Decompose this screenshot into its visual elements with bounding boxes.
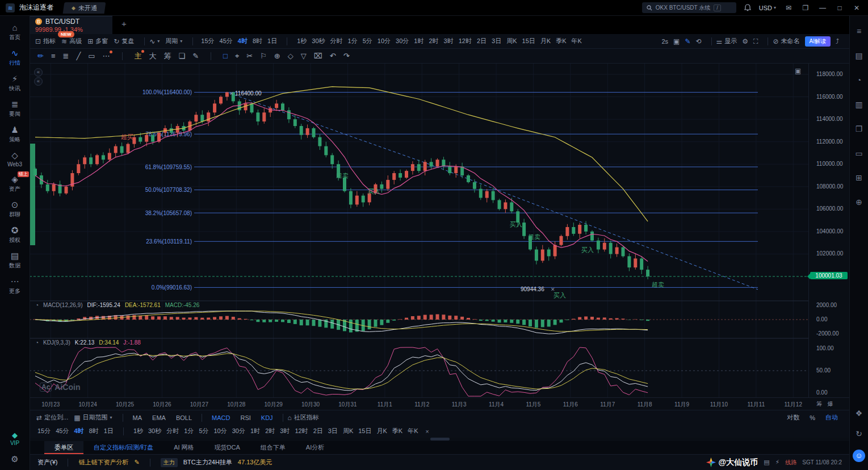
- indicator-boll-button[interactable]: BOLL: [176, 414, 192, 421]
- timeframe-2日[interactable]: 2日: [313, 427, 323, 435]
- alerts-icon[interactable]: ◔: [855, 75, 862, 85]
- settings-button[interactable]: ⚙: [742, 37, 748, 45]
- filter-tool[interactable]: ▽: [301, 52, 307, 60]
- depth-chart-icon[interactable]: ▥: [855, 100, 862, 109]
- timeframe-1秒[interactable]: 1秒: [297, 37, 307, 45]
- display-button[interactable]: ⚌显示: [716, 37, 737, 45]
- timeframe-12时[interactable]: 12时: [459, 37, 472, 45]
- delete-tool[interactable]: ⌧: [314, 52, 322, 60]
- large-text-tool[interactable]: 大: [149, 51, 157, 61]
- timeframe-3时[interactable]: 3时: [444, 37, 454, 45]
- period-button[interactable]: 周期▾: [165, 37, 182, 45]
- indicator-rsi-button[interactable]: RSI: [240, 414, 250, 421]
- timeframe-45分[interactable]: 45分: [220, 37, 233, 45]
- fullscreen-button[interactable]: ⛶: [753, 37, 758, 45]
- trendline-tool[interactable]: ╱: [76, 52, 81, 60]
- timeframe-年K[interactable]: 年K: [572, 37, 582, 45]
- locate-button[interactable]: ⇄ 定位到...: [36, 413, 68, 422]
- axis-toggle-爆[interactable]: 爆: [828, 400, 833, 408]
- chart-area[interactable]: 100.0%(116400.00)78.6%(112679.96)61.8%(1…: [30, 64, 850, 397]
- undo-tool[interactable]: ↶: [330, 52, 336, 60]
- timeframe-5分[interactable]: 5分: [199, 427, 208, 435]
- timeframe-3日[interactable]: 3日: [328, 427, 338, 435]
- macd-header[interactable]: ◔ MACD(12,26,9) DIF:-1595.24 DEA:-1572.6…: [35, 302, 199, 308]
- log-scale-button[interactable]: 对数: [787, 413, 799, 422]
- network-line-label[interactable]: 线路: [785, 459, 796, 467]
- timeframe-1分[interactable]: 1分: [348, 37, 358, 45]
- indicator-kdj-button[interactable]: KDJ: [261, 414, 273, 421]
- timeframe-季K[interactable]: 季K: [556, 37, 566, 45]
- timeframe-周K[interactable]: 周K: [343, 427, 353, 435]
- timeframe-1时[interactable]: 1时: [250, 427, 260, 435]
- close-timeframe-bar-icon[interactable]: ×: [426, 428, 429, 435]
- timeframe-30秒[interactable]: 30秒: [312, 37, 325, 45]
- sidebar-item-vip[interactable]: ◆ VIP: [10, 431, 19, 446]
- date-range-button[interactable]: ▦ 日期范围 ▾: [74, 413, 112, 422]
- percent-scale-button[interactable]: %: [810, 414, 815, 421]
- sidebar-item-assets[interactable]: ◈资产链上: [0, 175, 30, 193]
- flag-tool[interactable]: ⚐: [260, 52, 267, 60]
- collapse-drawings-icon[interactable]: «: [34, 77, 43, 86]
- advanced-button[interactable]: ≋高级: [61, 37, 82, 45]
- bottom-tab-2[interactable]: 自定义指标/回测/盯盘: [83, 441, 163, 454]
- timeframe-3日[interactable]: 3日: [492, 37, 501, 45]
- timeframe-15日[interactable]: 15日: [358, 427, 371, 435]
- bottom-tab-3[interactable]: AI 网格: [163, 441, 204, 454]
- more-panels-icon[interactable]: ⊕: [855, 198, 862, 207]
- shape-tools-tool[interactable]: ▭: [88, 52, 95, 60]
- timeframe-3时[interactable]: 3时: [280, 427, 290, 435]
- indicator-button[interactable]: ⊡指标: [35, 37, 56, 45]
- sync-button[interactable]: ⟲: [695, 37, 701, 45]
- draw-button[interactable]: ✎: [685, 37, 690, 45]
- watchlist-icon[interactable]: ≡: [855, 27, 862, 36]
- assistant-icon[interactable]: ☺: [853, 450, 865, 462]
- bell-icon[interactable]: [744, 4, 751, 11]
- redo-tool[interactable]: ↷: [343, 52, 350, 60]
- sidebar-item-chat[interactable]: ⊙群聊: [0, 200, 30, 219]
- kdj-header[interactable]: ◔ KDJ(9,3,3) K:22.13 D:34.14 J:-1.88: [35, 339, 141, 346]
- currency-selector[interactable]: USD ▾: [759, 5, 776, 11]
- timeframe-月K[interactable]: 月K: [540, 37, 551, 45]
- timeframe-1日[interactable]: 1日: [104, 427, 114, 435]
- bottom-tab-6[interactable]: AI分析: [296, 441, 334, 454]
- timeframe-4时[interactable]: 4时: [238, 37, 248, 45]
- indicator-macd-button[interactable]: MACD: [212, 414, 230, 421]
- timeframe-10分[interactable]: 10分: [378, 37, 391, 45]
- refresh-icon[interactable]: ↻: [856, 429, 862, 438]
- timeframe-30分[interactable]: 30分: [232, 427, 245, 435]
- replay-button[interactable]: ↻复盘: [114, 37, 134, 45]
- timeframe-8时[interactable]: 8时: [253, 37, 262, 45]
- apps-icon[interactable]: ❖: [856, 409, 863, 418]
- onchain-analysis-link[interactable]: 链上链下资产分析: [78, 458, 128, 467]
- sidebar-item-strategy[interactable]: ♟策略: [0, 125, 30, 144]
- maximize-button[interactable]: □: [835, 4, 844, 12]
- unnamed-button[interactable]: ⊘未命名: [773, 37, 799, 45]
- minimize-button[interactable]: —: [818, 4, 827, 12]
- screenshot-icon[interactable]: ▣: [795, 67, 801, 75]
- timeframe-12时[interactable]: 12时: [295, 427, 308, 435]
- timeframe-30分[interactable]: 30分: [396, 37, 409, 45]
- timeframe-1秒[interactable]: 1秒: [133, 427, 143, 435]
- pen-tool[interactable]: ✎: [192, 52, 199, 60]
- sidebar-item-market[interactable]: ∿行情: [0, 49, 30, 67]
- wave-button[interactable]: ∿▾: [149, 37, 160, 45]
- select-tool[interactable]: □: [223, 52, 228, 60]
- timeframe-15日[interactable]: 15日: [522, 37, 535, 45]
- timeframe-季K[interactable]: 季K: [392, 427, 402, 435]
- toolbox-icon[interactable]: ⊞: [855, 173, 862, 182]
- speed-button[interactable]: 2s: [661, 38, 668, 45]
- candlestick-chart[interactable]: 100.0%(116400.00)78.6%(112679.96)61.8%(1…: [30, 64, 808, 397]
- time-axis[interactable]: 10月2310月2410月2510月2610月2710月2810月2910月30…: [30, 397, 850, 410]
- share-button[interactable]: ⤴: [836, 37, 839, 45]
- timeframe-15分[interactable]: 15分: [201, 37, 214, 45]
- timeframe-15分[interactable]: 15分: [37, 427, 51, 435]
- sidebar-item-home[interactable]: ⌂首页: [0, 23, 30, 41]
- settings-gear-icon[interactable]: ⚙: [11, 454, 18, 464]
- panel-resize-handle[interactable]: [430, 438, 450, 440]
- indicator-ma-button[interactable]: MA: [133, 414, 142, 421]
- orderbook-icon[interactable]: ▤: [855, 51, 862, 60]
- multi-window-button[interactable]: ⊞多窗: [87, 37, 108, 45]
- sidebar-item-auth[interactable]: ✪授权: [0, 226, 30, 244]
- price-axis[interactable]: 100001.03 118000.00116000.00114000.00112…: [808, 64, 850, 397]
- bottom-tab-4[interactable]: 现货DCA: [204, 441, 250, 454]
